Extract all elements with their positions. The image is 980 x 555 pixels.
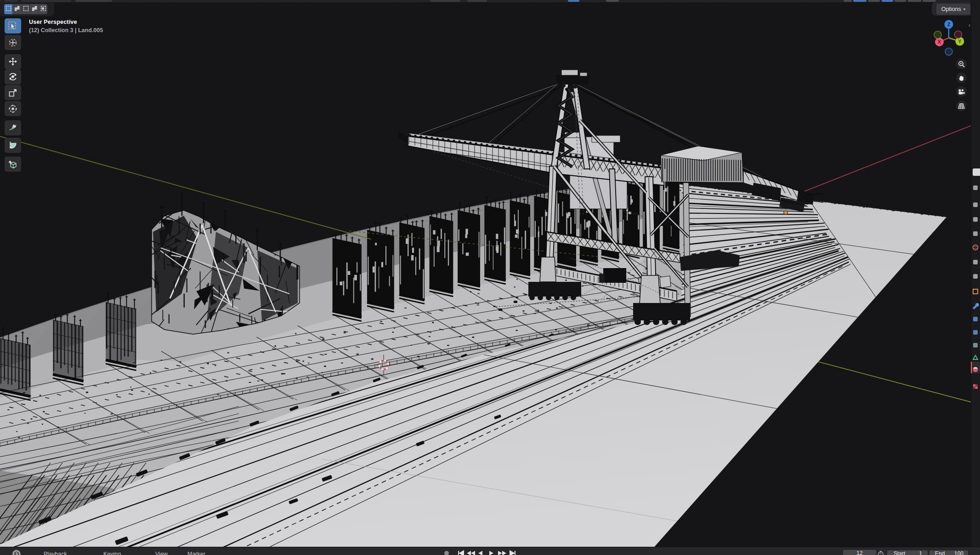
svg-text:X: X	[938, 39, 941, 45]
svg-text:Z: Z	[947, 22, 951, 27]
svg-text:Y: Y	[958, 39, 962, 44]
